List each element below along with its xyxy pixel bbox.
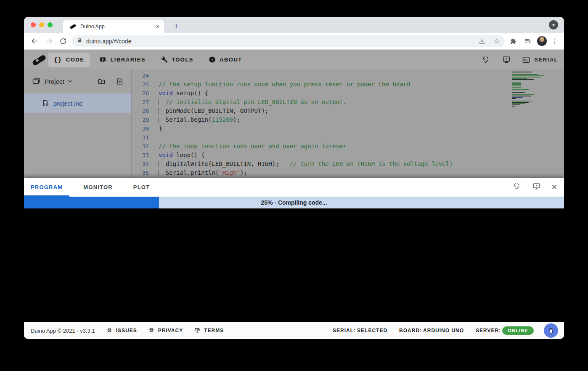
program-output-area[interactable]	[24, 208, 564, 322]
terms-label: TERMS	[204, 328, 224, 334]
serial-label: SERIAL	[534, 56, 558, 63]
panel-verify-code-icon[interactable]	[513, 182, 522, 192]
upload-run-icon[interactable]	[502, 55, 511, 64]
maximize-window-button[interactable]	[48, 22, 53, 27]
code-line[interactable]: 24	[132, 71, 564, 80]
braces-icon: {}	[54, 56, 62, 63]
tab-program-label: PROGRAM	[31, 184, 63, 190]
download-icon[interactable]	[477, 36, 487, 47]
tab-plot[interactable]: PLOT	[127, 178, 156, 197]
editor-minimap[interactable]	[512, 72, 548, 107]
board-status-key: BOARD:	[399, 328, 422, 334]
issues-link[interactable]: ISSUES	[106, 327, 137, 335]
forward-icon[interactable]	[43, 36, 54, 47]
donate-coffee-button[interactable]	[544, 323, 558, 338]
status-footer: Duino App © 2021 - v3.3.1 ISSUES PRIVACY…	[24, 322, 564, 339]
tab-monitor-label: MONITOR	[83, 184, 113, 190]
book-icon	[99, 56, 106, 63]
server-status: SERVER: ONLINE	[476, 326, 534, 335]
privacy-label: PRIVACY	[158, 328, 183, 334]
nav-tools-button[interactable]: TOOLS	[155, 52, 199, 67]
code-line[interactable]: 32// the loop function runs over and ove…	[132, 142, 564, 151]
nav-code-label: CODE	[66, 56, 85, 63]
copyright-text: Duino App © 2021 - v3.3.1	[31, 328, 95, 334]
new-folder-button[interactable]	[97, 77, 106, 85]
app-toolbar: {} CODE LIBRARIES TOOLS ABOUT	[24, 50, 564, 69]
verify-code-icon[interactable]	[482, 55, 491, 64]
url-text[interactable]: duino.app/#/code	[86, 38, 473, 45]
code-line[interactable]: 30}	[132, 124, 564, 133]
reload-icon[interactable]	[58, 36, 69, 47]
window-controls	[31, 22, 53, 27]
scales-icon	[194, 327, 201, 335]
console-panel-header: PROGRAM MONITOR PLOT ✕	[24, 178, 564, 197]
address-bar: duino.app/#/code ☆ ⋮	[24, 33, 564, 50]
terms-link[interactable]: TERMS	[194, 327, 224, 335]
bookmark-star-icon[interactable]: ☆	[491, 36, 502, 47]
nav-code-button[interactable]: {} CODE	[48, 53, 90, 67]
tab-plot-label: PLOT	[133, 184, 150, 190]
privacy-link[interactable]: PRIVACY	[148, 327, 183, 335]
browser-tabstrip: Duino App ✕ + ▾	[24, 17, 564, 33]
profile-avatar[interactable]	[537, 36, 547, 46]
nav-libraries-button[interactable]: LIBRARIES	[94, 52, 151, 67]
browser-tab[interactable]: Duino App ✕	[63, 20, 164, 33]
project-dropdown-label[interactable]: Project	[45, 78, 64, 85]
code-line[interactable]: 26void setup() {	[132, 89, 564, 98]
file-item-project-ino[interactable]: project.ino	[24, 93, 131, 113]
close-window-button[interactable]	[31, 22, 36, 27]
minimize-window-button[interactable]	[39, 22, 44, 27]
project-chevron-icon[interactable]	[67, 78, 73, 85]
code-editor[interactable]: 2425// the setup function runs once when…	[132, 69, 564, 178]
browser-window: Duino App ✕ + ▾ duino.app/#/code ☆	[24, 17, 564, 339]
bug-icon	[106, 327, 113, 335]
new-file-button[interactable]	[116, 77, 124, 85]
serial-status-value: SELECTED	[357, 328, 387, 334]
tab-monitor[interactable]: MONITOR	[77, 178, 119, 197]
compile-progress-bar: 25% - Compiling code...	[24, 197, 564, 208]
extensions-puzzle-icon[interactable]	[508, 36, 519, 47]
serial-status-key: SERIAL:	[333, 328, 356, 334]
serial-button[interactable]: SERIAL	[522, 56, 558, 64]
main-area: Project project.ino 2425// the setup f	[24, 69, 564, 178]
back-icon[interactable]	[29, 36, 40, 47]
progress-label: 25% - Compiling code...	[261, 199, 327, 206]
board-status-value: ARDUINO UNO	[423, 328, 464, 334]
issues-label: ISSUES	[116, 328, 137, 334]
wrench-icon	[161, 56, 168, 63]
secure-lock-icon	[77, 37, 82, 45]
code-line[interactable]: 25// the setup function runs once when y…	[132, 80, 564, 89]
close-panel-icon[interactable]: ✕	[551, 183, 557, 192]
code-lines: 2425// the setup function runs once when…	[132, 71, 564, 177]
terminal-icon	[522, 56, 530, 64]
duino-logo[interactable]	[30, 53, 48, 66]
panel-upload-run-icon[interactable]	[532, 182, 541, 192]
incognito-icon	[148, 327, 155, 335]
code-line[interactable]: 27 // initialize digital pin LED_BUILTIN…	[132, 98, 564, 107]
code-line[interactable]: 28 pinMode(LED_BUILTIN, OUTPUT);	[132, 107, 564, 115]
url-field[interactable]: duino.app/#/code ☆	[72, 35, 505, 47]
media-controls-icon[interactable]	[522, 36, 533, 47]
duino-favicon-icon	[69, 24, 77, 29]
tab-program[interactable]: PROGRAM	[24, 178, 69, 197]
nav-tools-label: TOOLS	[172, 56, 193, 63]
tab-title: Duino App	[80, 24, 152, 29]
code-line[interactable]: 29 Serial.begin(115200);	[132, 115, 564, 124]
project-sidebar: Project project.ino	[24, 69, 132, 178]
nav-about-label: ABOUT	[220, 56, 242, 63]
code-line[interactable]: 34 digitalWrite(LED_BUILTIN, HIGH); // t…	[132, 160, 564, 168]
tab-search-icon[interactable]: ▾	[549, 20, 558, 29]
code-line[interactable]: 35 Serial.println("High");	[132, 168, 564, 177]
server-online-badge: ONLINE	[502, 326, 534, 335]
sidebar-header: Project	[24, 69, 131, 93]
progress-fill	[24, 197, 159, 208]
info-icon	[209, 56, 216, 63]
browser-menu-icon[interactable]: ⋮	[551, 37, 559, 45]
folders-icon	[32, 77, 41, 87]
close-tab-icon[interactable]: ✕	[156, 24, 160, 29]
code-line[interactable]: 31	[132, 133, 564, 142]
nav-about-button[interactable]: ABOUT	[203, 52, 248, 67]
code-line[interactable]: 33void loop() {	[132, 151, 564, 160]
new-tab-button[interactable]: +	[170, 20, 182, 32]
nav-libraries-label: LIBRARIES	[110, 56, 146, 63]
